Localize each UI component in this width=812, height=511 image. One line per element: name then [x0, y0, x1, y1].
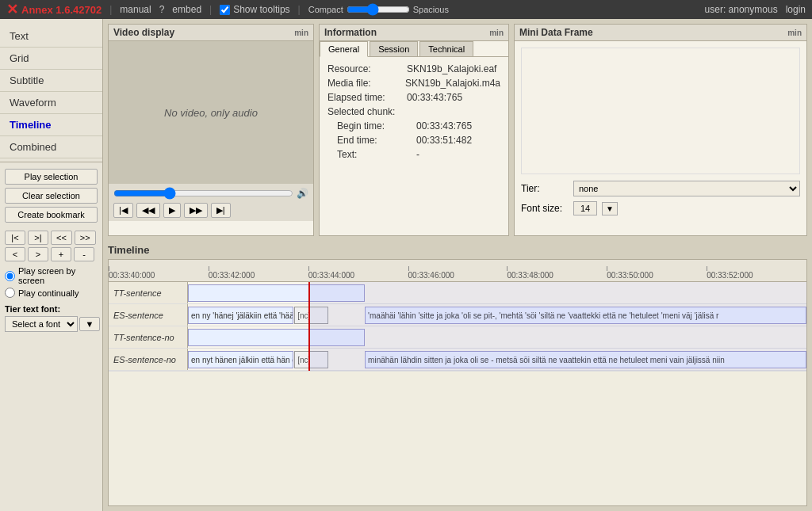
- timeline-container[interactable]: 00:33:40:00000:33:42:00000:33:44:00000:3…: [108, 259, 807, 506]
- info-media-row: Media file: SKN19b_Kalajoki.m4a: [327, 78, 500, 89]
- media-label: Media file:: [327, 78, 405, 89]
- embed-link[interactable]: embed: [172, 4, 201, 15]
- mini-font-size-label: Font size:: [521, 203, 569, 214]
- play-screen-label[interactable]: Play screen by screen: [5, 266, 98, 285]
- nav-btn-minus[interactable]: -: [74, 247, 94, 261]
- sidebar: Text Grid Subtitle Waveform Timeline Com…: [0, 19, 103, 511]
- timeline-tracks: TT-sentenceES-sentenceen ny 'hänej 'jälä…: [109, 282, 806, 371]
- play-screen-radio[interactable]: [5, 271, 15, 281]
- app-title: Annex 1.6.42702: [21, 4, 102, 16]
- ruler-tick: 00:33:40:000: [109, 271, 155, 280]
- track-annotation[interactable]: [188, 329, 365, 346]
- sidebar-item-subtitle[interactable]: Subtitle: [0, 70, 102, 92]
- track-content[interactable]: [188, 326, 806, 348]
- track-row: ES-sentenceen ny 'hänej 'jäläkiin että '…: [109, 304, 806, 326]
- mini-font-down-button[interactable]: ▼: [602, 202, 618, 215]
- sidebar-item-grid[interactable]: Grid: [0, 48, 102, 70]
- mini-tier-label: Tier:: [521, 183, 569, 194]
- text-label: Text:: [337, 149, 416, 160]
- info-panel-min[interactable]: min: [489, 29, 504, 37]
- play-selection-button[interactable]: Play selection: [5, 169, 98, 185]
- compact-label: Compact: [308, 5, 343, 14]
- mini-panel-min[interactable]: min: [787, 29, 802, 37]
- track-annotation[interactable]: minähän lähdin sitten ja joka oli se - m…: [365, 351, 806, 368]
- tooltip-checkbox[interactable]: [220, 5, 230, 15]
- sidebar-item-timeline[interactable]: Timeline: [0, 114, 102, 136]
- track-content[interactable]: en nyt hänen jälkiin että hän op[nc]minä…: [188, 349, 806, 370]
- create-bookmark-button[interactable]: Create bookmark: [5, 207, 98, 223]
- tab-technical[interactable]: Technical: [419, 41, 473, 56]
- track-annotation[interactable]: en ny 'hänej 'jäläkiin että 'hää 'c: [188, 307, 293, 324]
- nav-btn-fwd[interactable]: >: [28, 247, 48, 261]
- volume-icon: 🔊: [297, 188, 308, 199]
- track-content[interactable]: [188, 282, 806, 303]
- compact-slider[interactable]: [347, 3, 410, 16]
- compact-area: Compact Spacious: [308, 3, 449, 16]
- video-position-slider[interactable]: [113, 187, 293, 200]
- vid-btn-to-end[interactable]: ▶|: [211, 203, 231, 218]
- timeline-ruler: 00:33:40:00000:33:42:00000:33:44:00000:3…: [109, 260, 806, 282]
- nav-btn-back-fast[interactable]: <<: [51, 231, 72, 245]
- help-link[interactable]: ?: [159, 4, 165, 15]
- timeline-lower-area: [109, 371, 806, 505]
- nav-btn-plus[interactable]: +: [51, 247, 71, 261]
- resource-value: SKN19b_Kalajoki.eaf: [407, 63, 496, 74]
- track-row: TT-sentence: [109, 282, 806, 304]
- info-panel: Information min General Session Technica…: [319, 24, 509, 236]
- info-chunk-details: Begin time: 00:33:43:765 End time: 00:33…: [327, 120, 500, 160]
- track-label: TT-sentence: [109, 282, 188, 303]
- timeline-area: Timeline 00:33:40:00000:33:42:00000:33:4…: [103, 241, 812, 511]
- no-video-text: No video, only audio: [164, 107, 258, 119]
- info-panel-header: Information min: [320, 25, 508, 41]
- manual-link[interactable]: manual: [120, 4, 151, 15]
- font-select-arrow[interactable]: ▼: [79, 317, 100, 331]
- clear-selection-button[interactable]: Clear selection: [5, 188, 98, 204]
- tooltip-checkbox-area: Show tooltips: [220, 4, 289, 15]
- vid-btn-play[interactable]: ▶: [163, 203, 181, 218]
- track-annotation[interactable]: [nc]: [294, 351, 328, 368]
- info-resource-row: Resource: SKN19b_Kalajoki.eaf: [327, 63, 500, 74]
- track-annotation[interactable]: [188, 284, 365, 302]
- tab-general[interactable]: General: [320, 41, 368, 57]
- track-annotation[interactable]: [nc]: [294, 307, 328, 324]
- track-annotation[interactable]: en nyt hänen jälkiin että hän op: [188, 351, 293, 368]
- track-annotation[interactable]: 'maähäi 'lähin 'sitte ja joka 'oli se pi…: [365, 307, 806, 324]
- video-panel-min[interactable]: min: [294, 29, 308, 37]
- track-row: ES-sentence-noen nyt hänen jälkiin että …: [109, 349, 806, 371]
- track-label: TT-sentence-no: [109, 326, 188, 348]
- info-text-row: Text: -: [337, 149, 500, 160]
- login-link[interactable]: login: [786, 4, 806, 15]
- video-buttons: |◀ ◀◀ ▶ ▶▶ ▶|: [113, 203, 308, 218]
- topbar-sep2: |: [209, 4, 212, 15]
- play-continually-radio[interactable]: [5, 288, 15, 298]
- vid-btn-to-start[interactable]: |◀: [113, 203, 133, 218]
- vid-btn-fwd[interactable]: ▶▶: [184, 203, 208, 218]
- mini-panel-title: Mini Data Frame: [519, 27, 593, 38]
- nav-btn-fwd-fast[interactable]: >>: [75, 231, 96, 245]
- track-row: TT-sentence-no: [109, 326, 806, 349]
- tier-font-section: Tier text font: Select a font ▼: [5, 304, 98, 332]
- ruler-tick: 00:33:52:000: [707, 271, 753, 280]
- mini-data-area: [521, 48, 800, 174]
- ruler-tick: 00:33:50:000: [607, 271, 653, 280]
- info-panel-title: Information: [324, 27, 377, 38]
- tab-session[interactable]: Session: [370, 41, 418, 56]
- nav-btn-start[interactable]: |<: [5, 231, 25, 245]
- tooltip-label: Show tooltips: [233, 4, 289, 15]
- info-tabs: General Session Technical: [320, 41, 508, 57]
- mini-tier-select[interactable]: none: [573, 181, 800, 196]
- nav-btn-back[interactable]: <: [5, 247, 25, 261]
- vid-btn-back[interactable]: ◀◀: [136, 203, 160, 218]
- track-content[interactable]: en ny 'hänej 'jäläkiin että 'hää 'c[nc]'…: [188, 304, 806, 326]
- play-continually-label[interactable]: Play continually: [5, 288, 98, 298]
- sidebar-item-waveform[interactable]: Waveform: [0, 92, 102, 114]
- video-panel: Video display min No video, only audio 🔊…: [108, 24, 314, 236]
- info-selected-chunk-row: Selected chunk:: [327, 106, 500, 117]
- font-select[interactable]: Select a font: [5, 316, 78, 332]
- topbar-sep1: |: [109, 4, 112, 15]
- selected-chunk-label: Selected chunk:: [327, 106, 407, 117]
- sidebar-item-combined[interactable]: Combined: [0, 136, 102, 158]
- logo-x: ✕: [6, 1, 18, 18]
- sidebar-item-text[interactable]: Text: [0, 25, 102, 48]
- nav-btn-end[interactable]: >|: [28, 231, 48, 245]
